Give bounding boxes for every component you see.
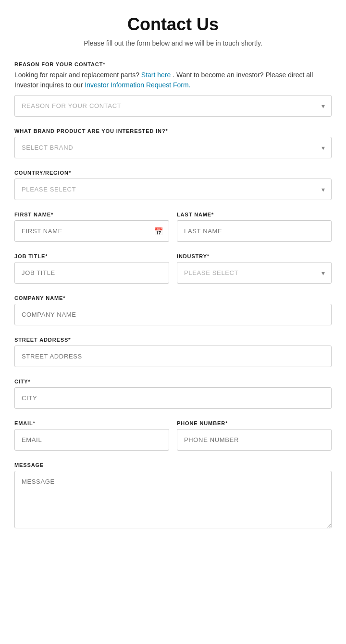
reason-section: REASON FOR YOUR CONTACT* Looking for rep… xyxy=(14,61,332,117)
job-title-col: JOB TITLE* xyxy=(14,253,169,284)
calendar-icon: 📅 xyxy=(154,227,163,236)
brand-select-wrapper: SELECT BRAND xyxy=(14,137,332,158)
country-select-wrapper: Please Select xyxy=(14,179,332,200)
info-text-before: Looking for repair and replacement parts… xyxy=(14,71,139,79)
last-name-col: LAST NAME* xyxy=(177,212,332,242)
last-name-label: LAST NAME* xyxy=(177,212,332,217)
investor-link[interactable]: Investor Information Request Form. xyxy=(85,81,190,89)
country-select[interactable]: Please Select xyxy=(14,179,332,200)
message-label: MESSAGE xyxy=(14,462,332,468)
street-section: STREET ADDRESS* xyxy=(14,337,332,367)
email-label: EMAIL* xyxy=(14,420,169,426)
phone-col: PHONE NUMBER* xyxy=(177,420,332,451)
street-input[interactable] xyxy=(14,346,332,367)
first-name-col: FIRST NAME* 📅 xyxy=(14,212,169,242)
first-name-wrapper: 📅 xyxy=(14,220,169,242)
company-section: COMPANY NAME* xyxy=(14,295,332,325)
message-textarea[interactable] xyxy=(14,471,332,528)
page-title: Contact Us xyxy=(14,14,332,35)
reason-select[interactable]: REASON FOR YOUR CONTACT xyxy=(14,95,332,117)
brand-section: WHAT BRAND PRODUCT ARE YOU INTERESTED IN… xyxy=(14,128,332,158)
company-input[interactable] xyxy=(14,304,332,325)
job-row: JOB TITLE* INDUSTRY* Please Select xyxy=(14,253,332,284)
first-name-label: FIRST NAME* xyxy=(14,212,169,217)
industry-col: INDUSTRY* Please Select xyxy=(177,253,332,284)
first-name-input[interactable] xyxy=(14,220,169,242)
phone-label: PHONE NUMBER* xyxy=(177,420,332,426)
start-here-link[interactable]: Start here xyxy=(141,71,171,79)
contact-row: EMAIL* PHONE NUMBER* xyxy=(14,420,332,451)
industry-label: INDUSTRY* xyxy=(177,253,332,259)
industry-select[interactable]: Please Select xyxy=(177,262,332,284)
country-section: COUNTRY/REGION* Please Select xyxy=(14,170,332,200)
brand-select[interactable]: SELECT BRAND xyxy=(14,137,332,158)
reason-label: REASON FOR YOUR CONTACT* xyxy=(14,61,332,67)
city-section: CITY* xyxy=(14,379,332,409)
page-container: Contact Us Please fill out the form belo… xyxy=(0,0,346,561)
info-text: Looking for repair and replacement parts… xyxy=(14,70,332,90)
street-label: STREET ADDRESS* xyxy=(14,337,332,343)
message-section: MESSAGE xyxy=(14,462,332,530)
email-input[interactable] xyxy=(14,429,169,451)
page-subtitle: Please fill out the form below and we wi… xyxy=(14,39,332,47)
city-input[interactable] xyxy=(14,387,332,409)
country-label: COUNTRY/REGION* xyxy=(14,170,332,176)
industry-select-wrapper: Please Select xyxy=(177,262,332,284)
email-col: EMAIL* xyxy=(14,420,169,451)
name-row: FIRST NAME* 📅 LAST NAME* xyxy=(14,212,332,242)
job-title-label: JOB TITLE* xyxy=(14,253,169,259)
job-title-input[interactable] xyxy=(14,262,169,284)
company-label: COMPANY NAME* xyxy=(14,295,332,301)
last-name-input[interactable] xyxy=(177,220,332,242)
brand-label: WHAT BRAND PRODUCT ARE YOU INTERESTED IN… xyxy=(14,128,332,134)
phone-input[interactable] xyxy=(177,429,332,451)
city-label: CITY* xyxy=(14,379,332,384)
reason-select-wrapper: REASON FOR YOUR CONTACT xyxy=(14,95,332,117)
